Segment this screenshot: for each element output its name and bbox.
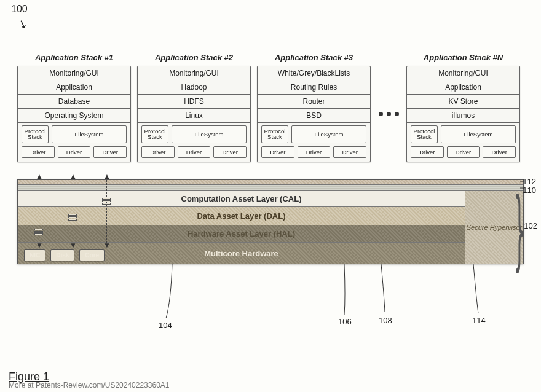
connector-disk xyxy=(73,177,73,243)
stack-2-driver-1: Driver xyxy=(178,146,211,158)
stack-n-row-2: KV Store xyxy=(407,94,519,108)
layer-dal: Data Asset Layer (DAL) xyxy=(18,207,465,225)
buffer-icon-nic xyxy=(34,227,43,238)
stack-n-subgrid: Protocol Stack FileSystem Driver Driver … xyxy=(407,122,519,162)
stack-1-row-1: Application xyxy=(18,80,130,94)
watermark-text: More at Patents-Review.com/US20240223360… xyxy=(9,381,170,390)
stack-3-row-0: White/Grey/BlackLists xyxy=(258,66,370,80)
arrow-up-icon: ▲ xyxy=(36,172,43,181)
ref-number-106: 106 xyxy=(338,317,352,326)
stack-3-filesystem: FileSystem xyxy=(291,125,366,143)
stack-3-driver-0: Driver xyxy=(261,146,294,158)
stack-n-filesystem: FileSystem xyxy=(441,125,516,143)
buffer-icon-disk xyxy=(68,213,77,224)
platform-thin-bar-1 xyxy=(18,180,523,185)
stack-n-driver-2: Driver xyxy=(483,146,516,158)
stack-1-driver-0: Driver xyxy=(22,146,55,158)
stack-1-row-2: Database xyxy=(18,94,130,108)
secure-hypervisor: Secure Hypervisor xyxy=(465,191,523,264)
stack-n-driver-1: Driver xyxy=(447,146,480,158)
ref-number-108: 108 xyxy=(379,316,392,325)
stack-n-protocol-stack: Protocol Stack xyxy=(411,125,438,143)
stack-3-row-3: BSD xyxy=(258,108,370,122)
stack-1-driver-2: Driver xyxy=(93,146,127,158)
stack-3-subgrid: Protocol Stack FileSystem Driver Driver … xyxy=(258,122,370,162)
stack-3-driver-2: Driver xyxy=(333,146,366,158)
stack-2-protocol-stack: Protocol Stack xyxy=(141,125,168,143)
ellipsis-icon xyxy=(377,112,400,116)
application-stacks-row: Application Stack #1 Monitoring/GUI Appl… xyxy=(17,50,524,162)
stack-2-subgrid: Protocol Stack FileSystem Driver Driver … xyxy=(138,122,250,162)
buffer-icon-core xyxy=(102,197,111,208)
stack-3-title: Application Stack #3 xyxy=(257,50,371,66)
arrow-up-icon: ▲ xyxy=(69,172,77,181)
stack-2-driver-0: Driver xyxy=(141,146,175,158)
stack-3-protocol-stack: Protocol Stack xyxy=(261,125,288,143)
stack-3-row-1: Routing Rules xyxy=(258,80,370,94)
stack-2-driver-2: Driver xyxy=(213,146,247,158)
stack-2-title: Application Stack #2 xyxy=(137,50,251,66)
ref-number-100: 100 xyxy=(11,4,28,15)
layer-hal: Hardware Asset Layer (HAL) xyxy=(18,225,465,243)
stack-n-row-1: Application xyxy=(407,80,519,94)
layer-hardware-label: Multicore Hardware xyxy=(204,249,278,258)
arrow-down-icon: ▼ xyxy=(103,241,111,249)
connector-core xyxy=(106,177,107,243)
stack-n-row-0: Monitoring/GUI xyxy=(407,66,519,80)
stack-n: Application Stack #N Monitoring/GUI Appl… xyxy=(406,50,520,162)
ref-number-102: 102 xyxy=(524,221,537,230)
stack-3-driver-1: Driver xyxy=(298,146,331,158)
stack-2-filesystem: FileSystem xyxy=(172,125,247,143)
platform-thin-bar-2 xyxy=(18,185,523,191)
stack-2-row-3: Linux xyxy=(138,108,250,122)
stack-1-protocol-stack: Protocol Stack xyxy=(22,125,49,143)
stack-1-subgrid: Protocol Stack FileSystem Driver Driver … xyxy=(18,122,130,162)
ref-number-112: 112 xyxy=(523,177,536,186)
stack-1-row-0: Monitoring/GUI xyxy=(18,66,130,80)
stack-1-title: Application Stack #1 xyxy=(17,50,131,66)
ref-number-110: 110 xyxy=(523,186,536,195)
stack-1-filesystem: FileSystem xyxy=(52,125,127,143)
stack-3-row-2: Router xyxy=(258,94,370,108)
stack-2: Application Stack #2 Monitoring/GUI Hado… xyxy=(137,50,251,162)
stack-n-title: Application Stack #N xyxy=(406,50,520,66)
stack-2-row-1: Hadoop xyxy=(138,80,250,94)
ref-number-114: 114 xyxy=(472,316,486,325)
hw-nic: NIC xyxy=(24,249,45,261)
hardware-boxes: NIC Disk Core xyxy=(24,249,105,261)
ref-number-104: 104 xyxy=(159,321,172,330)
stack-1: Application Stack #1 Monitoring/GUI Appl… xyxy=(17,50,131,162)
stack-2-row-0: Monitoring/GUI xyxy=(138,66,250,80)
hw-core: Core xyxy=(79,249,105,261)
stack-3: Application Stack #3 White/Grey/BlackLis… xyxy=(257,50,371,162)
stack-n-driver-0: Driver xyxy=(411,146,444,158)
stack-n-row-3: illumos xyxy=(407,108,519,122)
ref-100-arrow: ↘ xyxy=(17,16,30,32)
arrow-up-icon: ▲ xyxy=(103,172,111,181)
layer-cal: Computation Asset Layer (CAL) xyxy=(18,191,465,207)
arrow-down-icon: ▼ xyxy=(36,241,43,249)
layer-hardware: Multicore Hardware NIC Disk Core xyxy=(18,243,465,264)
platform-layers: Computation Asset Layer (CAL) Data Asset… xyxy=(18,191,465,264)
stack-2-row-2: HDFS xyxy=(138,94,250,108)
platform-block: Computation Asset Layer (CAL) Data Asset… xyxy=(17,179,524,264)
stack-1-row-3: Operating System xyxy=(18,108,130,122)
stack-1-driver-1: Driver xyxy=(58,146,91,158)
arrow-down-icon: ▼ xyxy=(69,241,77,249)
hw-disk: Disk xyxy=(50,249,74,261)
